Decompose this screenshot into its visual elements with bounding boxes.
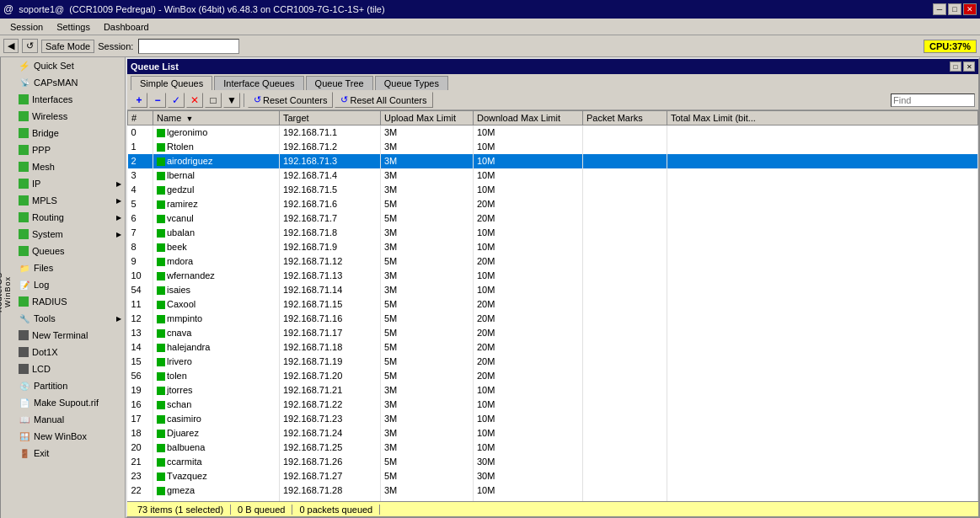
col-header-marks[interactable]: Packet Marks [583, 111, 667, 125]
cell-name: mmpinto [153, 312, 280, 326]
cell-upload: 3M [381, 168, 474, 183]
filter-button[interactable]: ▼ [223, 93, 240, 108]
close-button[interactable]: ✕ [963, 3, 977, 15]
restore-button[interactable]: □ [948, 3, 961, 15]
cell-name: ubalan [153, 226, 280, 240]
table-row[interactable]: 13cnava192.168.71.175M20M [128, 326, 978, 340]
find-input[interactable] [891, 93, 975, 107]
menu-session[interactable]: Session [3, 20, 50, 34]
cell-download: 20M [474, 297, 583, 312]
table-row[interactable]: 6vcanul192.168.71.75M20M [128, 211, 978, 226]
table-row[interactable]: 23Tvazquez192.168.71.275M30M [128, 469, 978, 483]
sidebar-label-new-terminal: New Terminal [32, 330, 88, 340]
col-header-num[interactable]: # [128, 111, 153, 125]
cell-num: 8 [128, 240, 153, 254]
table-row[interactable]: 11Caxool192.168.71.155M20M [128, 297, 978, 312]
table-row[interactable]: 3lbernal192.168.71.43M10M [128, 168, 978, 183]
sidebar-item-manual[interactable]: 📖 Manual [12, 411, 125, 428]
table-row[interactable]: 22gmeza192.168.71.283M10M [128, 483, 978, 498]
table-row[interactable]: 19jtorres192.168.71.213M10M [128, 383, 978, 398]
table-row[interactable]: 0lgeronimo192.168.71.13M10M [128, 125, 978, 140]
table-row[interactable]: 2airodriguez192.168.71.33M10M [128, 154, 978, 168]
table-row[interactable]: 10wfernandez192.168.71.133M10M [128, 269, 978, 283]
tab-queue-tree[interactable]: Queue Tree [306, 76, 373, 90]
sidebar-item-wireless[interactable]: Wireless [12, 108, 125, 125]
table-row[interactable]: 20balbuena192.168.71.253M10M [128, 441, 978, 455]
sidebar-item-tools[interactable]: 🔧 Tools ▶ [12, 310, 125, 327]
cell-upload: 3M [381, 240, 474, 254]
queue-close-button[interactable]: ✕ [963, 61, 975, 72]
sidebar-item-quick-set[interactable]: ⚡ Quick Set [12, 57, 125, 74]
col-header-total[interactable]: Total Max Limit (bit... [667, 111, 978, 125]
sidebar-item-system[interactable]: System ▶ [12, 226, 125, 243]
cell-total [667, 369, 978, 383]
minimize-button[interactable]: ─ [933, 3, 946, 15]
sidebar-item-new-terminal[interactable]: New Terminal [12, 327, 125, 344]
col-header-download[interactable]: Download Max Limit [474, 111, 583, 125]
sidebar-item-dot1x[interactable]: Dot1X [12, 344, 125, 360]
status-packets-queued: 0 packets queued [292, 505, 380, 515]
sidebar-item-new-winbox[interactable]: 🪟 New WinBox [12, 428, 125, 445]
col-header-target[interactable]: Target [280, 111, 381, 125]
tab-interface-queues[interactable]: Interface Queues [214, 76, 303, 90]
sidebar-label-wireless: Wireless [32, 111, 67, 121]
sidebar-item-radius[interactable]: RADIUS [12, 293, 125, 310]
cell-marks [583, 283, 667, 297]
sidebar-item-bridge[interactable]: Bridge [12, 125, 125, 142]
disable-button[interactable]: ✕ [186, 93, 203, 108]
back-button[interactable]: ◀ [3, 39, 19, 53]
table-row[interactable]: 56tolen192.168.71.205M20M [128, 369, 978, 383]
sidebar-item-routing[interactable]: Routing ▶ [12, 209, 125, 226]
cell-total [667, 183, 978, 197]
sidebar-item-files[interactable]: 📁 Files [12, 259, 125, 276]
queue-maximize-button[interactable]: □ [950, 61, 961, 72]
menu-settings[interactable]: Settings [50, 20, 97, 34]
safe-mode-button[interactable]: Safe Mode [41, 40, 94, 53]
tab-simple-queues[interactable]: Simple Queues [131, 76, 212, 90]
table-row[interactable]: 9mdora192.168.71.125M20M [128, 254, 978, 269]
cell-name: lgeronimo [153, 125, 280, 140]
sidebar-item-interfaces[interactable]: Interfaces [12, 91, 125, 108]
enable-button[interactable]: ✓ [168, 93, 185, 108]
sidebar-item-partition[interactable]: 💿 Partition [12, 377, 125, 394]
tab-queue-types[interactable]: Queue Types [375, 76, 448, 90]
cell-marks [583, 183, 667, 197]
sidebar-item-ppp[interactable]: PPP [12, 142, 125, 158]
table-row[interactable]: 12mmpinto192.168.71.165M20M [128, 312, 978, 326]
table-row[interactable]: 15lrivero192.168.71.195M20M [128, 355, 978, 369]
table-row[interactable]: 16schan192.168.71.223M10M [128, 398, 978, 412]
table-row[interactable]: 18Djuarez192.168.71.243M10M [128, 426, 978, 441]
table-row[interactable]: 14halejandra192.168.71.185M20M [128, 340, 978, 355]
table-row[interactable]: 17casimiro192.168.71.233M10M [128, 412, 978, 426]
sidebar-item-queues[interactable]: Queues [12, 243, 125, 259]
forward-button[interactable]: ↺ [22, 39, 38, 53]
reset-counters-button[interactable]: ↺ Reset Counters [248, 92, 333, 108]
sidebar-item-mesh[interactable]: Mesh [12, 158, 125, 175]
reset-all-counters-button[interactable]: ↺ Reset All Counters [335, 92, 432, 108]
sidebar-item-mpls[interactable]: MPLS ▶ [12, 192, 125, 209]
table-row[interactable]: 7ubalan192.168.71.83M10M [128, 226, 978, 240]
add-button[interactable]: + [131, 93, 147, 108]
table-row[interactable]: 8beek192.168.71.93M10M [128, 240, 978, 254]
cell-download: 10M [474, 140, 583, 154]
remove-button[interactable]: − [149, 93, 166, 108]
sidebar-item-ip[interactable]: IP ▶ [12, 175, 125, 192]
sidebar-item-exit[interactable]: 🚪 Exit [12, 445, 125, 462]
table-row[interactable]: 5ramirez192.168.71.65M20M [128, 197, 978, 211]
col-header-upload[interactable]: Upload Max Limit [381, 111, 474, 125]
sidebar-item-capsman[interactable]: 📡 CAPsMAN [12, 74, 125, 91]
copy-button[interactable]: □ [205, 93, 222, 108]
table-row[interactable]: 54isaies192.168.71.143M10M [128, 283, 978, 297]
menu-dashboard[interactable]: Dashboard [97, 20, 156, 34]
sidebar-item-log[interactable]: 📝 Log [12, 276, 125, 293]
title-bar-username: soporte1@ [19, 4, 64, 14]
sidebar-item-make-supout[interactable]: 📄 Make Supout.rif [12, 394, 125, 411]
sidebar-item-lcd[interactable]: LCD [12, 360, 125, 377]
session-input[interactable] [138, 39, 239, 54]
table-row[interactable]: 21ccarmita192.168.71.265M30M [128, 455, 978, 469]
cell-target: 192.168.71.2 [280, 140, 381, 154]
queue-status-icon [157, 143, 165, 152]
table-row[interactable]: 4gedzul192.168.71.53M10M [128, 183, 978, 197]
table-row[interactable]: 1Rtolen192.168.71.23M10M [128, 140, 978, 154]
col-header-name[interactable]: Name ▼ [153, 111, 280, 125]
